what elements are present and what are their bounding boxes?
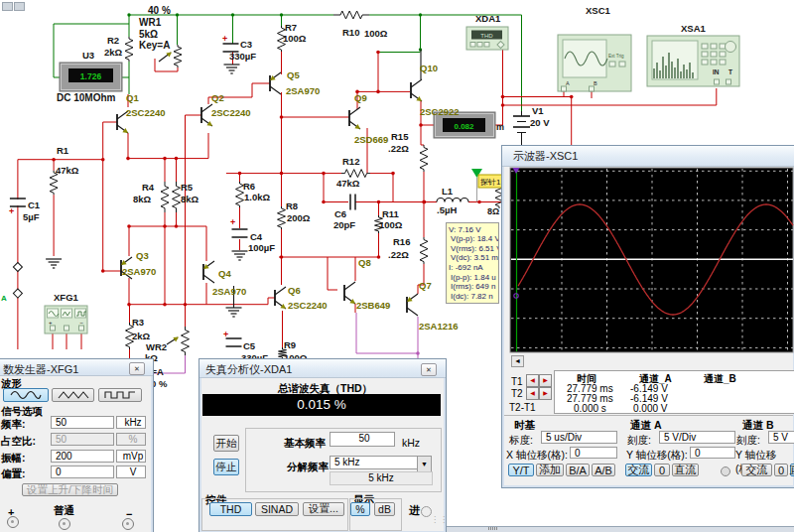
svg-text:2SA970: 2SA970 xyxy=(122,266,156,277)
svg-text:IN: IN xyxy=(713,68,720,75)
svg-text:I: -692 nA: I: -692 nA xyxy=(449,263,483,272)
svg-text:R5: R5 xyxy=(181,182,194,193)
svg-text:Q10: Q10 xyxy=(420,63,438,73)
svg-text:L1: L1 xyxy=(442,186,454,197)
svg-text:XSA1: XSA1 xyxy=(681,23,707,34)
svg-text:100Ω: 100Ω xyxy=(364,28,388,39)
svg-text:40 %: 40 % xyxy=(148,5,171,16)
svg-text:2SC2240: 2SC2240 xyxy=(211,107,251,118)
svg-text:330µF: 330µF xyxy=(229,51,256,62)
svg-text:Key=A: Key=A xyxy=(139,40,170,51)
svg-text:.22Ω: .22Ω xyxy=(388,143,409,154)
svg-text:8kΩ: 8kΩ xyxy=(133,194,152,204)
svg-text:T: T xyxy=(728,68,732,75)
svg-text:20 V: 20 V xyxy=(530,117,550,128)
svg-text:Q9: Q9 xyxy=(354,92,367,103)
svg-text:探针1: 探针1 xyxy=(480,178,501,187)
svg-text:R11: R11 xyxy=(382,208,400,219)
svg-text:Q5: Q5 xyxy=(287,69,300,80)
svg-text:R7: R7 xyxy=(285,22,297,33)
svg-text:R1: R1 xyxy=(57,145,69,156)
svg-text:100µF: 100µF xyxy=(248,242,275,253)
svg-text:2kΩ: 2kΩ xyxy=(132,331,151,341)
svg-text:2SC2240: 2SC2240 xyxy=(126,107,166,118)
svg-text:R9: R9 xyxy=(284,339,296,350)
svg-text:A: A xyxy=(566,80,570,86)
svg-text:B: B xyxy=(594,80,597,86)
svg-text:C6: C6 xyxy=(334,208,346,219)
svg-text:R12: R12 xyxy=(342,156,359,167)
svg-text:+: + xyxy=(222,34,227,44)
svg-text:Q4: Q4 xyxy=(218,268,231,279)
svg-text:Q7: Q7 xyxy=(419,280,432,291)
svg-text:200Ω: 200Ω xyxy=(287,212,311,223)
svg-text:.5µH: .5µH xyxy=(437,204,457,215)
svg-text:V(p-p): 18.4 V: V(p-p): 18.4 V xyxy=(451,234,500,243)
svg-text:Q3: Q3 xyxy=(136,250,149,261)
svg-text:I(p-p): 1.84 u: I(p-p): 1.84 u xyxy=(451,273,496,282)
svg-text:R6: R6 xyxy=(243,181,255,192)
svg-text:R2: R2 xyxy=(107,35,119,46)
svg-text:I(rms): 649 n: I(rms): 649 n xyxy=(451,282,495,291)
svg-text:THD: THD xyxy=(480,33,493,39)
svg-text:C5: C5 xyxy=(243,340,256,351)
svg-text:Ext Trig: Ext Trig xyxy=(608,54,624,59)
svg-text:8kΩ: 8kΩ xyxy=(181,194,199,204)
svg-text:20pF: 20pF xyxy=(333,219,355,230)
svg-text:DC 10MOhm: DC 10MOhm xyxy=(57,92,116,103)
svg-text:V(rms): 6.51 V: V(rms): 6.51 V xyxy=(451,244,502,253)
svg-text:m: m xyxy=(496,122,504,132)
svg-text:XFG1: XFG1 xyxy=(54,292,79,303)
svg-text:R10: R10 xyxy=(342,27,359,38)
svg-text:2SA970: 2SA970 xyxy=(286,85,320,96)
svg-text:V1: V1 xyxy=(532,105,544,116)
svg-text:1.0kΩ: 1.0kΩ xyxy=(244,192,270,202)
svg-text:.22Ω: .22Ω xyxy=(388,249,409,260)
svg-text:2SB649: 2SB649 xyxy=(356,300,390,311)
svg-text:2SA1216: 2SA1216 xyxy=(419,321,459,332)
svg-text:5kΩ: 5kΩ xyxy=(139,29,158,40)
svg-text:WR2: WR2 xyxy=(146,341,167,352)
svg-text:+: + xyxy=(49,320,53,326)
svg-text:+: + xyxy=(230,217,235,227)
svg-text:47kΩ: 47kΩ xyxy=(56,165,79,176)
svg-text:R4: R4 xyxy=(142,182,155,193)
svg-text:1.726: 1.726 xyxy=(80,71,102,81)
svg-text:U3: U3 xyxy=(82,50,94,61)
svg-text:2SA970: 2SA970 xyxy=(212,286,246,297)
svg-text:Q8: Q8 xyxy=(358,257,371,268)
svg-text:2SC2922: 2SC2922 xyxy=(420,106,460,117)
svg-text:R3: R3 xyxy=(132,317,144,328)
svg-text:+: + xyxy=(223,330,228,339)
svg-text:Q1: Q1 xyxy=(126,92,139,103)
svg-text:100Ω: 100Ω xyxy=(379,219,403,230)
svg-text:0.082: 0.082 xyxy=(454,122,474,131)
svg-text:C3: C3 xyxy=(240,39,252,50)
svg-text:+: + xyxy=(9,206,14,216)
svg-text:C1: C1 xyxy=(28,200,41,210)
svg-text:2kΩ: 2kΩ xyxy=(104,47,123,58)
svg-text:C4: C4 xyxy=(250,231,263,242)
svg-text:47kΩ: 47kΩ xyxy=(336,178,360,189)
svg-text:8Ω: 8Ω xyxy=(487,206,499,216)
svg-text:XSC1: XSC1 xyxy=(586,5,611,16)
svg-text:V(dc): 3.51 m: V(dc): 3.51 m xyxy=(451,253,498,262)
svg-text:Q2: Q2 xyxy=(211,92,224,103)
svg-text:R15: R15 xyxy=(391,131,409,142)
svg-text:XDA1: XDA1 xyxy=(475,13,501,24)
svg-text:−: − xyxy=(80,320,84,326)
svg-text:5µF: 5µF xyxy=(23,211,40,222)
svg-text:R8: R8 xyxy=(286,200,298,211)
svg-text:Q6: Q6 xyxy=(288,285,301,296)
svg-text:I(dc): 7.82 n: I(dc): 7.82 n xyxy=(451,292,493,301)
svg-text:100Ω: 100Ω xyxy=(283,33,307,44)
svg-text:2SD669: 2SD669 xyxy=(354,134,388,145)
svg-text:2SC2240: 2SC2240 xyxy=(288,300,328,311)
svg-text:A: A xyxy=(1,294,7,303)
svg-text:R16: R16 xyxy=(393,236,410,247)
svg-text:V: 7.16 V: V: 7.16 V xyxy=(449,225,481,234)
svg-text:WR1: WR1 xyxy=(139,17,162,28)
